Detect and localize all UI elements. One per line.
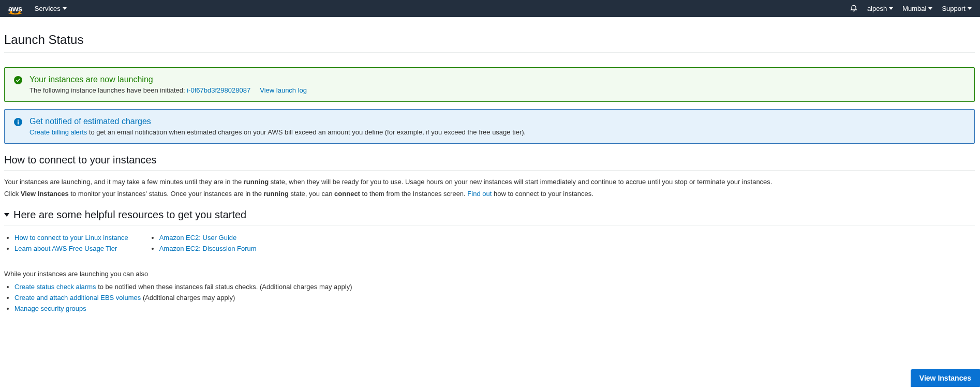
- top-navbar: aws Services alpesh Mumbai Support: [0, 0, 980, 17]
- chevron-down-icon: [4, 213, 9, 217]
- create-billing-alerts-link[interactable]: Create billing alerts: [29, 128, 87, 136]
- resource-link[interactable]: Amazon EC2: User Guide: [159, 234, 237, 242]
- list-item: Create status check alarms to be notifie…: [14, 283, 975, 291]
- caret-down-icon: [928, 7, 932, 10]
- resource-link[interactable]: How to connect to your Linux instance: [14, 234, 128, 242]
- alert-desc: The following instance launches have bee…: [29, 86, 185, 94]
- list-item: Amazon EC2: Discussion Forum: [159, 245, 257, 252]
- svg-rect-3: [18, 120, 19, 121]
- billing-info-alert: Get notified of estimated charges Create…: [4, 109, 975, 144]
- connect-heading: How to connect to your instances: [4, 154, 975, 171]
- instance-id-link[interactable]: i-0f67bd3f298028087: [187, 86, 250, 94]
- resources-col-1: How to connect to your Linux instance Le…: [14, 231, 128, 255]
- caret-down-icon: [889, 7, 893, 10]
- support-label: Support: [942, 5, 966, 12]
- resources-columns: How to connect to your Linux instance Le…: [4, 231, 975, 255]
- main-content: Launch Status Your instances are now lau…: [0, 17, 980, 357]
- support-menu[interactable]: Support: [942, 5, 972, 12]
- resource-link[interactable]: Amazon EC2: Discussion Forum: [159, 245, 257, 252]
- region-menu[interactable]: Mumbai: [902, 5, 932, 12]
- find-out-link[interactable]: Find out: [467, 190, 492, 198]
- bell-icon: [850, 4, 858, 12]
- create-status-alarms-link[interactable]: Create status check alarms: [14, 283, 96, 291]
- resources-col-2: Amazon EC2: User Guide Amazon EC2: Discu…: [159, 231, 257, 255]
- list-item: Create and attach additional EBS volumes…: [14, 294, 975, 301]
- services-menu[interactable]: Services: [35, 5, 67, 12]
- alert-title: Your instances are now launching: [29, 75, 965, 84]
- account-label: alpesh: [867, 5, 887, 12]
- list-item: Learn about AWS Free Usage Tier: [14, 245, 128, 252]
- view-launch-log-link[interactable]: View launch log: [260, 86, 307, 94]
- account-menu[interactable]: alpesh: [867, 5, 893, 12]
- connect-paragraph-1: Your instances are launching, and it may…: [4, 178, 975, 186]
- also-intro: While your instances are launching you c…: [4, 270, 975, 278]
- list-item: Manage security groups: [14, 305, 975, 312]
- caret-down-icon: [63, 7, 67, 10]
- alert-title: Get notified of estimated charges: [29, 117, 965, 126]
- notifications-button[interactable]: [850, 4, 858, 13]
- connect-paragraph-2: Click View Instances to monitor your ins…: [4, 190, 975, 198]
- info-circle-icon: [14, 118, 22, 128]
- page-title: Launch Status: [4, 23, 975, 53]
- launch-success-alert: Your instances are now launching The fol…: [4, 67, 975, 102]
- resources-heading: Here are some helpful resources to get y…: [13, 209, 246, 221]
- list-item: How to connect to your Linux instance: [14, 234, 128, 242]
- manage-security-groups-link[interactable]: Manage security groups: [14, 305, 86, 312]
- svg-rect-2: [18, 122, 19, 125]
- region-label: Mumbai: [902, 5, 926, 12]
- resource-link[interactable]: Learn about AWS Free Usage Tier: [14, 245, 117, 252]
- create-ebs-volumes-link[interactable]: Create and attach additional EBS volumes: [14, 294, 141, 301]
- check-circle-icon: [14, 76, 22, 86]
- list-item: Amazon EC2: User Guide: [159, 234, 257, 242]
- also-list: Create status check alarms to be notifie…: [4, 283, 975, 312]
- resources-toggle[interactable]: Here are some helpful resources to get y…: [4, 209, 975, 225]
- aws-logo[interactable]: aws: [8, 5, 22, 12]
- services-label: Services: [35, 5, 61, 12]
- alert-desc: to get an email notification when estima…: [89, 128, 526, 136]
- caret-down-icon: [968, 7, 972, 10]
